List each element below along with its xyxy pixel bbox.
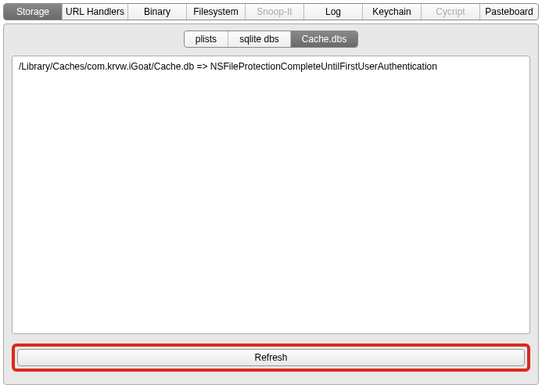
tab-pasteboard[interactable]: Pasteboard [480,4,538,20]
content-list[interactable]: /Library/Caches/com.krvw.iGoat/Cache.db … [12,56,530,334]
content-line: /Library/Caches/com.krvw.iGoat/Cache.db … [19,61,523,72]
tab-filesystem[interactable]: Filesystem [187,4,246,20]
subtab-cache-dbs[interactable]: Cache.dbs [291,31,357,47]
tab-snoop-it: Snoop-It [246,4,304,20]
refresh-highlight: Refresh [12,343,530,372]
tab-binary[interactable]: Binary [128,4,187,20]
refresh-button[interactable]: Refresh [17,349,525,366]
top-tab-bar: Storage URL Handlers Binary Filesystem S… [3,3,539,20]
subtab-plists[interactable]: plists [185,31,228,47]
tab-cycript: Cycript [422,4,480,20]
subtab-sqlite-dbs[interactable]: sqlite dbs [228,31,291,47]
tab-keychain[interactable]: Keychain [363,4,422,20]
tab-log[interactable]: Log [304,4,363,20]
tab-storage[interactable]: Storage [4,4,63,20]
tab-url-handlers[interactable]: URL Handlers [63,4,128,20]
sub-tab-bar: plists sqlite dbs Cache.dbs [12,31,530,48]
main-panel: plists sqlite dbs Cache.dbs /Library/Cac… [3,23,539,385]
